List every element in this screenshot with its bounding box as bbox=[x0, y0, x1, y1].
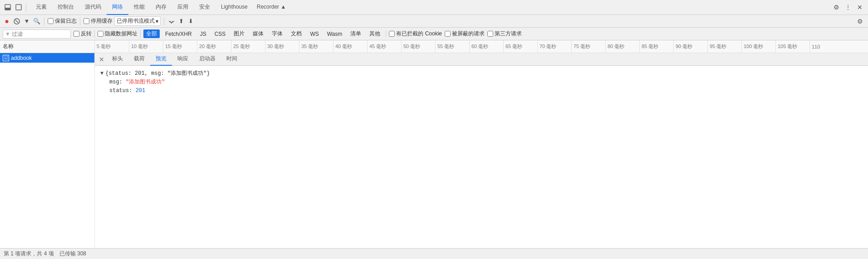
collapse-icon[interactable]: ▼ bbox=[100, 69, 103, 78]
tab-application[interactable]: 应用 bbox=[172, 0, 194, 15]
blocked-requests-label[interactable]: 被屏蔽的请求 bbox=[445, 30, 485, 38]
stop-button[interactable] bbox=[13, 17, 21, 25]
tick-7: 40 毫秒 bbox=[333, 40, 367, 53]
filter-fetch-xhr[interactable]: Fetch/XHR bbox=[162, 30, 195, 38]
tick-21: 110 bbox=[809, 40, 843, 53]
divider-2 bbox=[44, 17, 44, 25]
filter-all[interactable]: 全部 bbox=[143, 29, 160, 38]
row-checkbox-icon: ☑ bbox=[3, 55, 9, 61]
tab-lighthouse[interactable]: Lighthouse bbox=[216, 0, 253, 15]
network-row-name: addbook bbox=[11, 55, 32, 61]
undock-icon[interactable] bbox=[14, 2, 24, 12]
svg-rect-2 bbox=[16, 5, 21, 10]
tick-17: 90 毫秒 bbox=[673, 40, 707, 53]
hide-data-urls-label[interactable]: 隐藏数据网址 bbox=[98, 30, 137, 38]
tick-15: 80 毫秒 bbox=[605, 40, 639, 53]
filter-manifest[interactable]: 清单 bbox=[348, 29, 364, 38]
stream-mode-select[interactable]: 已停用书流模式 ▾ bbox=[114, 16, 161, 26]
tick-6: 35 毫秒 bbox=[299, 40, 333, 53]
detail-panel: ✕ 标头 载荷 预览 响应 启动器 时间 ▼ {status: 201, msg… bbox=[95, 53, 868, 248]
svg-rect-1 bbox=[5, 8, 10, 10]
reverse-checkbox[interactable] bbox=[74, 31, 79, 37]
filter-icon[interactable]: ▼ bbox=[23, 17, 31, 25]
upload-icon[interactable]: ⬆ bbox=[177, 18, 185, 24]
detail-tab-payload[interactable]: 载荷 bbox=[128, 53, 150, 66]
network-row[interactable]: ☑ addbook bbox=[0, 53, 94, 63]
chevron-down-icon: ▾ bbox=[156, 18, 158, 24]
top-right-icons: ⚙ ⋮ ✕ bbox=[831, 2, 865, 13]
filter-input-wrap: ▼ bbox=[3, 29, 71, 39]
name-column-header[interactable]: 名称 bbox=[0, 40, 95, 53]
tick-4: 25 毫秒 bbox=[231, 40, 265, 53]
tab-memory[interactable]: 内存 bbox=[150, 0, 172, 15]
tick-5: 30 毫秒 bbox=[265, 40, 299, 53]
tab-security[interactable]: 安全 bbox=[194, 0, 216, 15]
json-status-value: 201 bbox=[136, 87, 146, 95]
detail-tab-preview[interactable]: 预览 bbox=[150, 53, 172, 66]
json-preview-content: ▼ {status: 201, msg: "添加图书成功"} msg: "添加图… bbox=[95, 66, 868, 248]
close-devtools-icon[interactable]: ✕ bbox=[854, 2, 865, 13]
filter-css[interactable]: CSS bbox=[212, 30, 229, 38]
third-party-checkbox[interactable] bbox=[487, 31, 493, 37]
network-toolbar: ● ▼ 🔍 保留日志 停用缓存 已停用书流模式 ▾ ⬆ ⬇ ⚙ bbox=[0, 15, 868, 28]
tab-recorder[interactable]: Recorder ▲ bbox=[253, 2, 290, 12]
network-settings-icon[interactable]: ⚙ bbox=[854, 16, 865, 27]
dock-icon[interactable] bbox=[3, 2, 13, 12]
tick-13: 70 毫秒 bbox=[537, 40, 571, 53]
tab-sources[interactable]: 源代码 bbox=[79, 0, 107, 15]
tab-elements[interactable]: 元素 bbox=[30, 0, 52, 15]
filter-icon-small: ▼ bbox=[5, 31, 10, 37]
wifi-icon[interactable] bbox=[167, 17, 176, 25]
preserve-log-checkbox[interactable] bbox=[48, 18, 54, 24]
json-msg-key: msg: bbox=[109, 78, 123, 87]
tick-14: 75 毫秒 bbox=[571, 40, 605, 53]
column-headers: 名称 5 毫秒 10 毫秒 15 毫秒 20 毫秒 25 毫秒 30 毫秒 35… bbox=[0, 40, 868, 53]
more-icon[interactable]: ⋮ bbox=[843, 2, 853, 13]
detail-tab-timing[interactable]: 时间 bbox=[221, 53, 243, 66]
preserve-log-label[interactable]: 保留日志 bbox=[48, 17, 77, 25]
tick-12: 65 毫秒 bbox=[503, 40, 537, 53]
tab-performance[interactable]: 性能 bbox=[128, 0, 150, 15]
filter-js[interactable]: JS bbox=[197, 30, 209, 38]
json-root-line: ▼ {status: 201, msg: "添加图书成功"} bbox=[100, 69, 863, 78]
filter-input[interactable] bbox=[12, 31, 66, 37]
download-icon[interactable]: ⬇ bbox=[187, 18, 195, 24]
detail-tab-initiator[interactable]: 启动器 bbox=[194, 53, 221, 66]
filter-other[interactable]: 其他 bbox=[367, 29, 383, 38]
tick-10: 55 毫秒 bbox=[435, 40, 469, 53]
filter-font[interactable]: 字体 bbox=[269, 29, 285, 38]
divider-1 bbox=[26, 3, 26, 11]
tick-2: 15 毫秒 bbox=[163, 40, 197, 53]
filter-doc[interactable]: 文档 bbox=[288, 29, 304, 38]
tab-console[interactable]: 控制台 bbox=[52, 0, 79, 15]
close-detail-button[interactable]: ✕ bbox=[97, 54, 107, 64]
hide-data-urls-checkbox[interactable] bbox=[98, 31, 103, 37]
filter-bar: ▼ 反转 隐藏数据网址 全部 Fetch/XHR JS CSS 图片 媒体 字体… bbox=[0, 28, 868, 40]
blocked-cookies-checkbox[interactable] bbox=[389, 31, 395, 37]
json-root-text: {status: 201, msg: "添加图书成功"} bbox=[105, 69, 210, 78]
disable-cache-label[interactable]: 停用缓存 bbox=[83, 17, 113, 25]
tick-11: 60 毫秒 bbox=[469, 40, 503, 53]
filter-img[interactable]: 图片 bbox=[231, 29, 247, 38]
filter-wasm[interactable]: Wasm bbox=[324, 30, 345, 38]
filter-media[interactable]: 媒体 bbox=[250, 29, 266, 38]
settings-icon[interactable]: ⚙ bbox=[831, 2, 842, 13]
tick-20: 105 毫秒 bbox=[775, 40, 809, 53]
status-bar: 第 1 项请求，共 4 项 已传输 308 bbox=[0, 248, 868, 259]
search-icon[interactable]: 🔍 bbox=[33, 17, 41, 25]
disable-cache-checkbox[interactable] bbox=[83, 18, 89, 24]
detail-tab-response[interactable]: 响应 bbox=[172, 53, 194, 66]
main-content: ☑ addbook ✕ 标头 载荷 预览 响应 启动器 时间 ▼ {status… bbox=[0, 53, 868, 248]
blocked-requests-checkbox[interactable] bbox=[445, 31, 451, 37]
third-party-label[interactable]: 第三方请求 bbox=[487, 30, 522, 38]
record-button[interactable]: ● bbox=[3, 17, 11, 25]
filter-sep-3 bbox=[386, 30, 386, 38]
filter-ws[interactable]: WS bbox=[307, 30, 321, 38]
blocked-cookies-label[interactable]: 有已拦截的 Cookie bbox=[389, 30, 442, 38]
tick-18: 95 毫秒 bbox=[707, 40, 741, 53]
tab-network[interactable]: 网络 bbox=[107, 0, 128, 15]
detail-tabs: ✕ 标头 载荷 预览 响应 启动器 时间 bbox=[95, 53, 868, 66]
json-msg-line: msg: "添加图书成功" bbox=[100, 78, 863, 87]
detail-tab-headers[interactable]: 标头 bbox=[107, 53, 128, 66]
reverse-filter-label[interactable]: 反转 bbox=[74, 30, 92, 38]
